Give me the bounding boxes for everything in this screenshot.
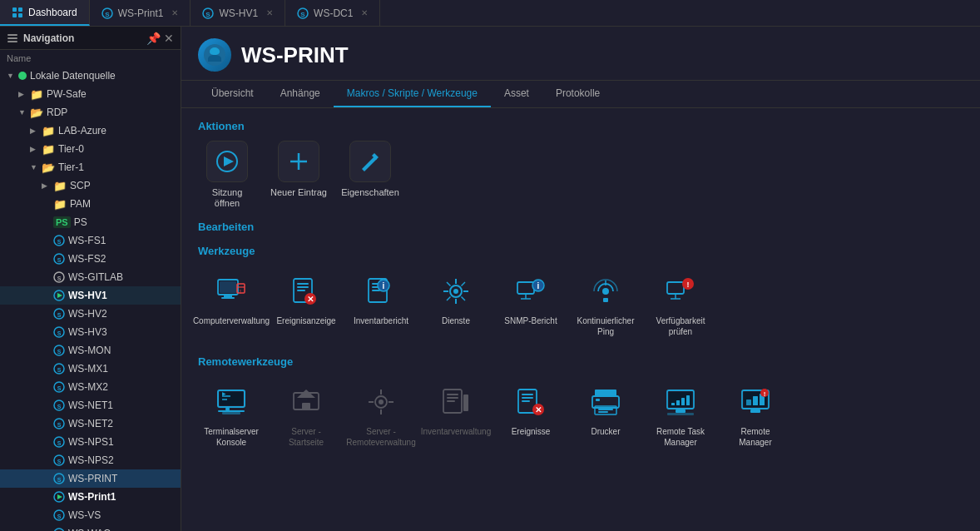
tool-icon-wrap: ! xyxy=(661,272,700,310)
sidebar-item-ws-mx2[interactable]: ▶ S WS-MX2 xyxy=(0,378,181,396)
tool-inventarverwaltung[interactable]: Inventarverwaltung xyxy=(423,376,489,454)
tab-ubersicht[interactable]: Übersicht xyxy=(198,81,267,107)
tool-icon-wrap: i xyxy=(512,272,550,310)
sidebar-item-ws-nps1[interactable]: ▶ S WS-NPS1 xyxy=(0,433,181,451)
action-eigenschaften[interactable]: Eigenschaften xyxy=(341,141,399,209)
sidebar-item-label: WS-HV2 xyxy=(68,308,107,320)
sidebar-item-label: Tier-0 xyxy=(58,143,84,155)
sidebar-item-ws-vs[interactable]: ▶ S WS-VS xyxy=(0,506,181,524)
tab-anhange[interactable]: Anhänge xyxy=(267,81,334,107)
sidebar-item-ws-fs1[interactable]: ▶ S WS-FS1 xyxy=(0,231,181,250)
svg-text:S: S xyxy=(57,477,62,483)
svg-rect-104 xyxy=(222,412,240,414)
tab-ws-print1[interactable]: S WS-Print1 ✕ xyxy=(90,0,191,26)
tool-label: Verfügbarkeit prüfen xyxy=(651,315,710,337)
sidebar-item-ws-net2[interactable]: ▶ S WS-NET2 xyxy=(0,414,181,433)
tool-drucker[interactable]: Drucker xyxy=(572,376,639,454)
svg-point-50 xyxy=(211,48,218,55)
tab-ws-print1-label: WS-Print1 xyxy=(118,7,164,19)
tool-remote-manager[interactable]: ! Remote Manager xyxy=(722,376,789,454)
svg-point-89 xyxy=(602,288,609,295)
device-header: WS-PRINT xyxy=(181,27,980,81)
tool-ereignisanzeige[interactable]: ✕ Ereignisanzeige xyxy=(273,266,339,344)
close-icon[interactable]: ✕ xyxy=(164,32,174,45)
tool-server-remoteverwaltung[interactable]: Server - Remoteverwaltung xyxy=(348,376,414,454)
tool-icon-wrap xyxy=(587,383,625,421)
svg-marker-20 xyxy=(57,293,62,298)
tab-dashboard-label: Dashboard xyxy=(28,7,77,18)
svg-rect-129 xyxy=(598,409,613,410)
tab-protokolle[interactable]: Protokolle xyxy=(542,81,613,107)
svg-rect-107 xyxy=(302,403,310,409)
tab-close-icon[interactable]: ✕ xyxy=(361,8,368,17)
tool-icon-wrap: ✕ xyxy=(287,272,325,310)
svg-text:S: S xyxy=(57,239,62,245)
tool-inventarbericht[interactable]: i Inventarbericht xyxy=(348,266,414,344)
tab-ws-dc1[interactable]: S WS-DC1 ✕ xyxy=(285,0,380,26)
tool-server-startseite[interactable]: Server - Startseite xyxy=(273,376,339,454)
sidebar: Navigation 📌 ✕ Name ▼ Lokale Datenquelle… xyxy=(0,27,181,531)
svg-text:✕: ✕ xyxy=(307,295,314,304)
tab-dashboard[interactable]: Dashboard xyxy=(0,0,90,26)
sidebar-item-ws-hv1[interactable]: ▶ WS-HV1 xyxy=(0,286,181,305)
svg-text:i: i xyxy=(537,281,540,290)
folder-icon: 📁 xyxy=(42,143,55,156)
svg-line-83 xyxy=(447,297,451,301)
tool-dienste[interactable]: Dienste xyxy=(423,266,489,344)
sidebar-item-ws-mon[interactable]: ▶ S WS-MON xyxy=(0,341,181,360)
svg-point-109 xyxy=(379,399,384,404)
tool-label: Server - Startseite xyxy=(276,426,336,448)
action-label: Eigenschaften xyxy=(341,187,399,198)
tool-verfugbarkeit[interactable]: ! Verfügbarkeit prüfen xyxy=(647,266,714,344)
sidebar-item-ws-fs2[interactable]: ▶ S WS-FS2 xyxy=(0,250,181,268)
ws-circle-icon: S xyxy=(53,308,65,320)
sidebar-item-ws-gitlab[interactable]: ▶ S WS-GITLAB xyxy=(0,268,181,286)
tab-ws-hv1[interactable]: S WS-HV1 ✕ xyxy=(191,0,285,26)
action-neuer-eintrag[interactable]: Neuer Eintrag xyxy=(270,141,328,209)
sidebar-item-ws-hv2[interactable]: ▶ S WS-HV2 xyxy=(0,305,181,323)
tab-makros[interactable]: Makros / Skripte / Werkzeuge xyxy=(334,81,491,107)
tool-icon-wrap: ! xyxy=(736,383,775,421)
tool-ping[interactable]: Kontinuierlicher Ping xyxy=(572,266,639,344)
sidebar-item-ws-nps2[interactable]: ▶ S WS-NPS2 xyxy=(0,451,181,469)
svg-rect-118 xyxy=(463,395,468,411)
sidebar-item-ws-wac[interactable]: ▶ S WS-WAC xyxy=(0,524,181,531)
sidebar-item-ws-net1[interactable]: ▶ S WS-NET1 xyxy=(0,396,181,414)
tool-remote-task-manager[interactable]: Remote Task Manager xyxy=(647,376,714,454)
sidebar-item-ws-print[interactable]: ▶ S WS-PRINT xyxy=(0,469,181,488)
tab-asset[interactable]: Asset xyxy=(491,81,542,107)
sidebar-item-ws-hv3[interactable]: ▶ S WS-HV3 xyxy=(0,323,181,341)
chevron-right-icon: ▶ xyxy=(42,181,50,190)
sidebar-item-ps[interactable]: ▶ PS PS xyxy=(0,213,181,231)
ws-icon: S xyxy=(202,7,214,19)
tool-snmp-bericht[interactable]: i SNMP-Bericht xyxy=(497,266,564,344)
pin-icon[interactable]: 📌 xyxy=(146,32,161,45)
sidebar-item-ws-print1[interactable]: ▶ WS-Print1 xyxy=(0,488,181,506)
sidebar-item-rdp[interactable]: ▼ 📂 RDP xyxy=(0,103,181,122)
svg-text:S: S xyxy=(57,459,62,464)
sidebar-item-label: WS-HV3 xyxy=(68,326,107,338)
svg-text:S: S xyxy=(57,275,62,281)
bearbeiten-title: Bearbeiten xyxy=(198,221,963,233)
tab-close-icon[interactable]: ✕ xyxy=(171,8,178,17)
sidebar-item-pw-safe[interactable]: ▶ 📁 PW-Safe xyxy=(0,85,181,103)
tool-label: Inventarverwaltung xyxy=(421,426,492,437)
sidebar-item-pam[interactable]: ▶ 📁 PAM xyxy=(0,195,181,213)
tool-ereignisse[interactable]: ✕ Ereignisse xyxy=(497,376,564,454)
tool-computerverwaltung[interactable]: ! Computerverwaltung xyxy=(198,266,265,344)
tab-close-icon[interactable]: ✕ xyxy=(266,8,273,17)
sidebar-item-label: WS-VS xyxy=(68,509,101,521)
sidebar-item-scp[interactable]: ▶ 📁 SCP xyxy=(0,176,181,195)
svg-rect-10 xyxy=(7,34,17,36)
sidebar-item-lab-azure[interactable]: ▶ 📁 LAB-Azure xyxy=(0,122,181,140)
sidebar-item-lokale-datenquelle[interactable]: ▼ Lokale Datenquelle xyxy=(0,67,181,85)
sidebar-item-tier-1[interactable]: ▼ 📂 Tier-1 xyxy=(0,158,181,176)
action-sitzung-offnen[interactable]: Sitzung öffnen xyxy=(198,141,256,209)
sidebar-item-tier-0[interactable]: ▶ 📁 Tier-0 xyxy=(0,140,181,158)
svg-text:S: S xyxy=(57,514,62,519)
svg-rect-137 xyxy=(676,409,686,413)
sidebar-item-ws-mx1[interactable]: ▶ S WS-MX1 xyxy=(0,360,181,378)
ws-circle-icon: S xyxy=(53,473,65,484)
chevron-right-icon: ▶ xyxy=(30,127,38,135)
tool-terminalserver-konsole[interactable]: ▶_ Terminalserver Konsole xyxy=(198,376,265,454)
